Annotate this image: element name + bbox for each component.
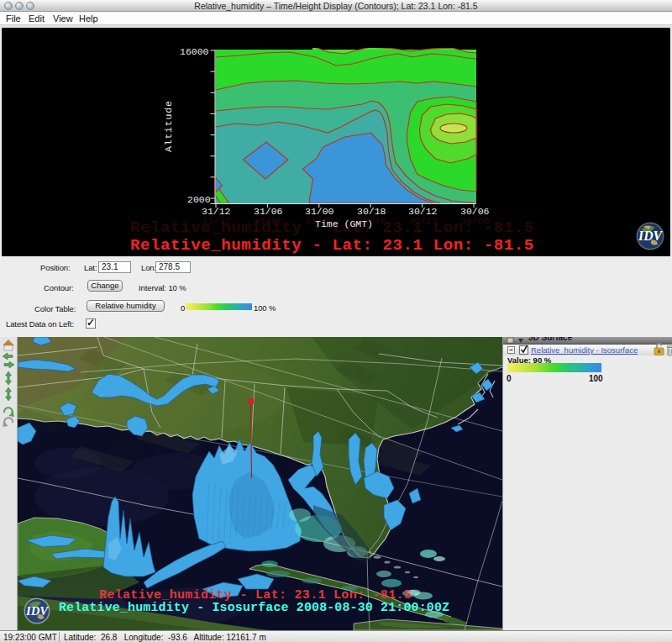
svg-text:IDV: IDV xyxy=(25,604,49,618)
svg-text:IDV: IDV xyxy=(638,229,664,243)
